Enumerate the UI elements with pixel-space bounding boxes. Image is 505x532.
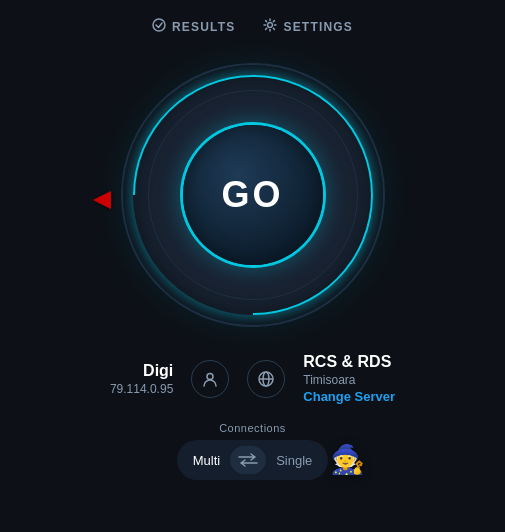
server-block: RCS & RDS Timisoara Change Server — [303, 353, 395, 404]
globe-icon — [257, 370, 275, 388]
multi-connection-option[interactable]: Multi — [193, 453, 220, 468]
go-button[interactable]: GO — [183, 125, 323, 265]
single-connection-option[interactable]: Single — [276, 453, 312, 468]
server-name: RCS & RDS — [303, 353, 391, 371]
svg-point-0 — [153, 19, 165, 31]
info-row: Digi 79.114.0.95 RCS & RDS Timisoara Cha… — [0, 353, 505, 404]
isp-name: Digi — [143, 362, 173, 380]
person-icon-circle — [191, 360, 229, 398]
server-location: Timisoara — [303, 373, 355, 387]
connections-label: Connections — [219, 422, 286, 434]
speed-gauge: GO — [113, 55, 393, 335]
settings-icon — [263, 18, 277, 35]
results-icon — [152, 18, 166, 35]
svg-point-1 — [268, 23, 273, 28]
top-navigation: RESULTS SETTINGS — [152, 0, 353, 45]
mascot-image: 🧙 — [330, 443, 365, 476]
go-button-label: GO — [221, 174, 283, 216]
results-nav-item[interactable]: RESULTS — [152, 18, 236, 35]
connections-section: Connections Multi Single — [177, 422, 329, 480]
isp-block: Digi 79.114.0.95 — [110, 362, 173, 396]
results-label: RESULTS — [172, 20, 236, 34]
isp-ip: 79.114.0.95 — [110, 382, 173, 396]
change-server-link[interactable]: Change Server — [303, 389, 395, 404]
settings-label: SETTINGS — [283, 20, 353, 34]
svg-point-4 — [207, 373, 213, 379]
connections-toggle[interactable]: Multi Single — [177, 440, 329, 480]
settings-nav-item[interactable]: SETTINGS — [263, 18, 353, 35]
svg-marker-3 — [93, 191, 111, 209]
person-icon — [201, 370, 219, 388]
toggle-arrows-icon — [230, 446, 266, 474]
globe-icon-circle — [247, 360, 285, 398]
